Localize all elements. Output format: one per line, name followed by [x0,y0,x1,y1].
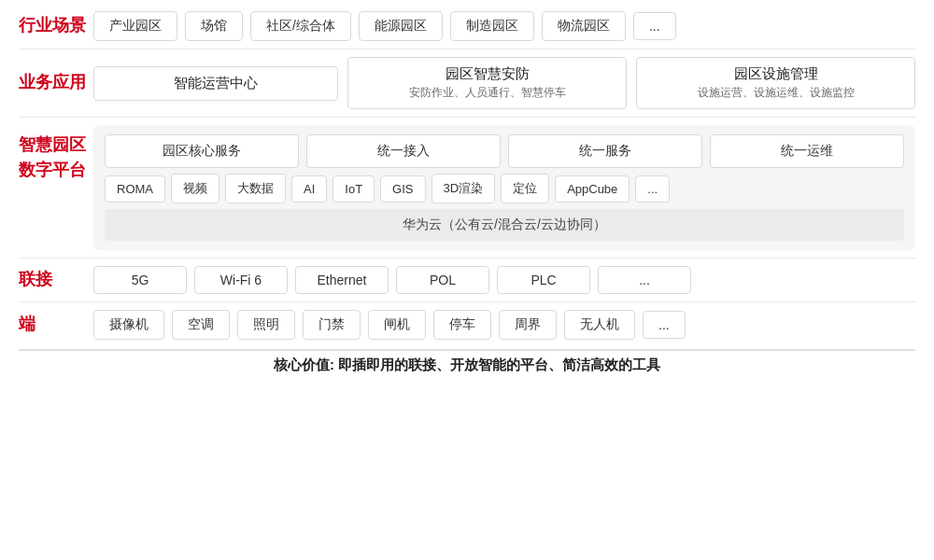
duan-chip: 空调 [172,310,230,340]
yewu-main-title: 园区设施管理 [734,65,818,83]
zhihui-top-chip: 统一服务 [508,134,702,168]
hangye-chip: 产业园区 [93,11,177,41]
yewu-content: 智能运营中心园区智慧安防安防作业、人员通行、智慧停车园区设施管理设施运营、设施运… [93,57,915,109]
zhihui-mid-chip: 3D渲染 [432,174,496,203]
hangye-chip: 物流园区 [542,11,626,41]
divider-1 [19,49,915,49]
duan-chip: 闸机 [368,310,426,340]
lianjie-chip: POL [396,266,489,294]
hangye-chip: 社区/综合体 [250,11,351,41]
lianjie-content: 5GWi-Fi 6EthernetPOLPLC... [93,266,915,294]
hangye-chip: 场馆 [185,11,243,41]
yewu-block: 智能运营中心 [93,66,338,101]
duan-chip: 门禁 [303,310,361,340]
duan-chip: ... [643,311,686,339]
zhihui-mid-chip: AppCube [555,175,630,203]
yewu-block: 园区智慧安防安防作业、人员通行、智慧停车 [347,57,627,109]
zhihui-mid-chip: 视频 [171,174,219,203]
divider-3 [19,258,915,259]
lianjie-chip: Ethernet [295,266,389,294]
zhihui-top-row: 园区核心服务统一接入统一服务统一运维 [105,134,904,168]
divider-4 [19,301,915,302]
yewu-main-title: 智能运营中心 [174,75,258,92]
lianjie-chip: Wi-Fi 6 [194,266,288,294]
lianjie-chip: PLC [497,266,590,294]
lianjie-row: 联接 5GWi-Fi 6EthernetPOLPLC... [19,266,915,294]
main-container: 行业场景 产业园区场馆社区/综合体能源园区制造园区物流园区... 业务应用 智能… [0,0,934,560]
zhihui-top-chip: 统一接入 [306,134,501,168]
core-value: 核心价值: 即插即用的联接、开放智能的平台、简洁高效的工具 [19,349,915,376]
duan-chip: 停车 [433,310,491,340]
zhihui-mid-chip: 定位 [501,174,549,203]
zhihui-top-chip: 园区核心服务 [105,134,299,168]
yewu-label: 业务应用 [19,72,93,93]
yewu-block: 园区设施管理设施运营、设施运维、设施监控 [636,57,915,109]
lianjie-chip: 5G [93,266,187,294]
duan-chip: 摄像机 [93,310,164,340]
duan-label: 端 [19,314,93,335]
duan-content: 摄像机空调照明门禁闸机停车周界无人机... [93,310,915,340]
hangye-row: 行业场景 产业园区场馆社区/综合体能源园区制造园区物流园区... [19,11,915,41]
duan-chip: 无人机 [564,310,635,340]
duan-chip: 照明 [237,310,295,340]
hangye-chip: ... [633,12,676,40]
zhihui-mid-row: ROMA视频大数据AIIoTGIS3D渲染定位AppCube... [105,174,904,203]
hangye-chip: 制造园区 [450,11,534,41]
hangye-label: 行业场景 [19,15,93,36]
zhihui-inner: 园区核心服务统一接入统一服务统一运维 ROMA视频大数据AIIoTGIS3D渲染… [93,125,915,250]
hangye-chip: 能源园区 [359,11,443,41]
divider-2 [19,117,915,118]
yewu-sub-title: 安防作业、人员通行、智慧停车 [409,85,566,101]
zhihui-row: 智慧园区 数字平台 园区核心服务统一接入统一服务统一运维 ROMA视频大数据AI… [19,125,915,250]
zhihui-mid-chip: IoT [333,175,375,203]
zhihui-mid-chip: GIS [380,175,425,203]
zhihui-mid-chip: ... [635,175,670,203]
zhihui-top-chip: 统一运维 [710,134,904,168]
lianjie-label: 联接 [19,269,93,290]
zhihui-bottom: 华为云（公有云/混合云/云边协同） [105,209,904,241]
duan-row: 端 摄像机空调照明门禁闸机停车周界无人机... [19,310,915,340]
hangye-content: 产业园区场馆社区/综合体能源园区制造园区物流园区... [93,11,915,41]
zhihui-label: 智慧园区 数字平台 [19,133,93,183]
zhihui-mid-chip: AI [291,175,327,203]
yewu-row: 业务应用 智能运营中心园区智慧安防安防作业、人员通行、智慧停车园区设施管理设施运… [19,57,915,109]
duan-chip: 周界 [499,310,557,340]
yewu-main-title: 园区智慧安防 [446,65,530,83]
yewu-sub-title: 设施运营、设施运维、设施监控 [698,85,855,101]
zhihui-mid-chip: ROMA [105,175,165,203]
zhihui-mid-chip: 大数据 [225,174,286,203]
lianjie-chip: ... [598,266,691,294]
